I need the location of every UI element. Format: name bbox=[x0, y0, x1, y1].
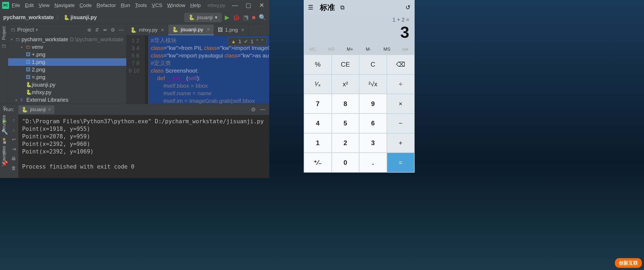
collapse-all-icon[interactable]: ⇴ bbox=[103, 27, 107, 33]
run-config-dropdown[interactable]: 🐍 jisuanji ▾ bbox=[184, 13, 222, 22]
tree-item-venv[interactable]: ▸🗀venv bbox=[8, 43, 126, 51]
structure-tool-tab[interactable]: Structure bbox=[2, 115, 6, 132]
calc-key-CE[interactable]: CE bbox=[332, 55, 359, 74]
calc-mem-ms[interactable]: MS bbox=[378, 44, 396, 54]
run-output[interactable]: "D:\Program Files\Python37\python.exe" D… bbox=[18, 115, 269, 178]
breadcrumb-file[interactable]: jisuanji.py bbox=[71, 14, 97, 20]
calc-mem-m+[interactable]: M+ bbox=[341, 44, 359, 54]
calc-key-2[interactable]: 2 bbox=[332, 134, 359, 153]
next-highlight-icon[interactable]: ˅ bbox=[261, 39, 264, 45]
editor-tabs: 🐍mhxy.py✕🐍jisuanji.py✕🖼1.png✕ bbox=[127, 24, 269, 36]
menu-edit[interactable]: Edit bbox=[25, 2, 34, 8]
calc-mem-mmenu[interactable]: M▾ bbox=[396, 44, 415, 54]
down-icon[interactable]: ↓ bbox=[13, 127, 15, 133]
tree-item-jisuanji-py[interactable]: 🐍jisuanji.py bbox=[8, 81, 126, 88]
calc-key-÷[interactable]: ÷ bbox=[387, 75, 414, 94]
calc-key-¹⁄ₓ[interactable]: ¹⁄ₓ bbox=[304, 75, 331, 94]
code-editor[interactable]: 1 2 3 4 5 6 7 8 9 10 #导入模块 class="kw">fr… bbox=[127, 36, 269, 104]
run-button[interactable]: ▶ bbox=[225, 14, 229, 21]
keep-on-top-icon[interactable]: ⧉ bbox=[340, 4, 345, 11]
locate-icon[interactable]: ⊕ bbox=[87, 27, 91, 33]
editor-tab-mhxy-py[interactable]: 🐍mhxy.py✕ bbox=[127, 25, 168, 35]
history-icon[interactable]: ↺ bbox=[405, 4, 410, 11]
calc-key-x²[interactable]: x² bbox=[332, 75, 359, 94]
close-tab-icon[interactable]: ✕ bbox=[48, 107, 51, 112]
prev-highlight-icon[interactable]: ˄ bbox=[256, 39, 258, 45]
hide-icon[interactable]: — bbox=[260, 106, 265, 113]
menu-file[interactable]: File bbox=[12, 2, 20, 8]
print-icon[interactable]: 🖶 bbox=[11, 156, 16, 162]
menu-help[interactable]: Help bbox=[190, 2, 201, 8]
scroll-icon[interactable]: ⇥ bbox=[12, 146, 16, 152]
calc-key-6[interactable]: 6 bbox=[359, 114, 387, 133]
calc-key-5[interactable]: 5 bbox=[332, 114, 359, 133]
calc-key-−[interactable]: − bbox=[387, 114, 414, 133]
calc-key-×[interactable]: × bbox=[387, 94, 414, 113]
fold-column[interactable] bbox=[145, 36, 149, 104]
project-tool-tab[interactable]: Project bbox=[2, 26, 6, 40]
close-button[interactable]: ✕ bbox=[259, 2, 264, 9]
close-tab-icon[interactable]: ✕ bbox=[206, 27, 210, 32]
chevron-down-icon[interactable]: ▾ bbox=[36, 27, 38, 33]
menu-navigate[interactable]: Navigate bbox=[54, 2, 75, 8]
calc-mem-mr[interactable]: MR bbox=[322, 44, 341, 54]
tree-extra-0[interactable]: ▸⫴External Libraries bbox=[8, 96, 126, 104]
calc-mem-mc[interactable]: MC bbox=[304, 44, 322, 54]
calc-key-3[interactable]: 3 bbox=[359, 134, 387, 153]
calc-key-⁺⁄₋[interactable]: ⁺⁄₋ bbox=[304, 153, 331, 172]
debug-button[interactable]: 🐞 bbox=[233, 14, 240, 21]
up-icon[interactable]: ↑ bbox=[13, 118, 15, 123]
close-tab-icon[interactable]: ✕ bbox=[161, 28, 164, 33]
hamburger-icon[interactable]: ☰ bbox=[308, 4, 314, 11]
calc-key-+[interactable]: + bbox=[387, 134, 414, 153]
editor-tab-1-png[interactable]: 🖼1.png✕ bbox=[214, 25, 249, 35]
breadcrumb-project[interactable]: pycharm_workstate bbox=[3, 14, 54, 20]
project-pane-title[interactable]: Project bbox=[17, 27, 34, 33]
search-everywhere-button[interactable]: 🔍 bbox=[259, 14, 266, 21]
menu-view[interactable]: View bbox=[38, 2, 50, 8]
calc-mem-m-[interactable]: M- bbox=[359, 44, 378, 54]
menu-code[interactable]: Code bbox=[79, 2, 92, 8]
tree-item-1-png[interactable]: 🖼1.png bbox=[8, 58, 126, 66]
run-tab[interactable]: 🐍 jisuanji ✕ bbox=[18, 105, 54, 114]
menu-vcs[interactable]: VCS bbox=[152, 2, 162, 8]
calc-key-4[interactable]: 4 bbox=[304, 114, 331, 133]
tree-item-2-png[interactable]: 🖼2.png bbox=[8, 66, 126, 73]
stop-button[interactable]: ■ bbox=[252, 14, 256, 21]
calc-key-²√x[interactable]: ²√x bbox=[359, 75, 387, 94]
menu-tools[interactable]: Tools bbox=[135, 2, 147, 8]
menu-window[interactable]: Window bbox=[167, 2, 186, 8]
calc-key-1[interactable]: 1 bbox=[304, 134, 331, 153]
soft-wrap-icon[interactable]: ↩ bbox=[12, 136, 16, 142]
settings-icon[interactable]: ⚙ bbox=[111, 27, 115, 33]
structure-sep-icon: ⠿ bbox=[2, 105, 6, 111]
calc-key-0[interactable]: 0 bbox=[332, 153, 359, 172]
inspection-indicator[interactable]: ▲1 ✔1 ˄ ˅ bbox=[228, 37, 267, 46]
calc-key-⌫[interactable]: ⌫ bbox=[387, 55, 414, 74]
favorites-tool-tab[interactable]: Favorites bbox=[2, 146, 6, 164]
folder-icon[interactable]: 🗀 bbox=[2, 43, 6, 49]
clear-icon[interactable]: 🗑 bbox=[11, 165, 16, 171]
minimize-button[interactable]: — bbox=[232, 2, 237, 9]
menu-run[interactable]: Run bbox=[121, 2, 130, 8]
tree-item-mhxy-py[interactable]: 🐍mhxy.py bbox=[8, 88, 126, 96]
calc-key-C[interactable]: C bbox=[359, 55, 387, 74]
calc-key-8[interactable]: 8 bbox=[332, 94, 359, 113]
project-pane-tools: ⊕ ⇵ ⇴ ⚙ — bbox=[87, 27, 124, 33]
calc-key-9[interactable]: 9 bbox=[359, 94, 387, 113]
menu-refactor[interactable]: Refactor bbox=[97, 2, 116, 8]
settings-icon[interactable]: ⚙ bbox=[251, 106, 256, 113]
tree-root[interactable]: ▾🗀pycharm_workstateD:\pycharm_workstate bbox=[8, 36, 126, 43]
tree-item-=-png[interactable]: 🖼=.png bbox=[8, 73, 126, 81]
calc-key-.[interactable]: . bbox=[359, 153, 387, 172]
coverage-button[interactable]: ⬔ bbox=[243, 14, 249, 21]
expand-all-icon[interactable]: ⇵ bbox=[95, 27, 99, 33]
calc-key-%[interactable]: % bbox=[304, 55, 331, 74]
calc-key-7[interactable]: 7 bbox=[304, 94, 331, 113]
hide-icon[interactable]: — bbox=[119, 27, 124, 33]
editor-tab-jisuanji-py[interactable]: 🐍jisuanji.py✕ bbox=[168, 25, 214, 35]
close-tab-icon[interactable]: ✕ bbox=[241, 28, 244, 33]
maximize-button[interactable]: ▢ bbox=[246, 2, 251, 9]
tree-item-+-png[interactable]: 🖼+.png bbox=[8, 51, 126, 58]
calc-key-=[interactable]: = bbox=[387, 153, 414, 172]
